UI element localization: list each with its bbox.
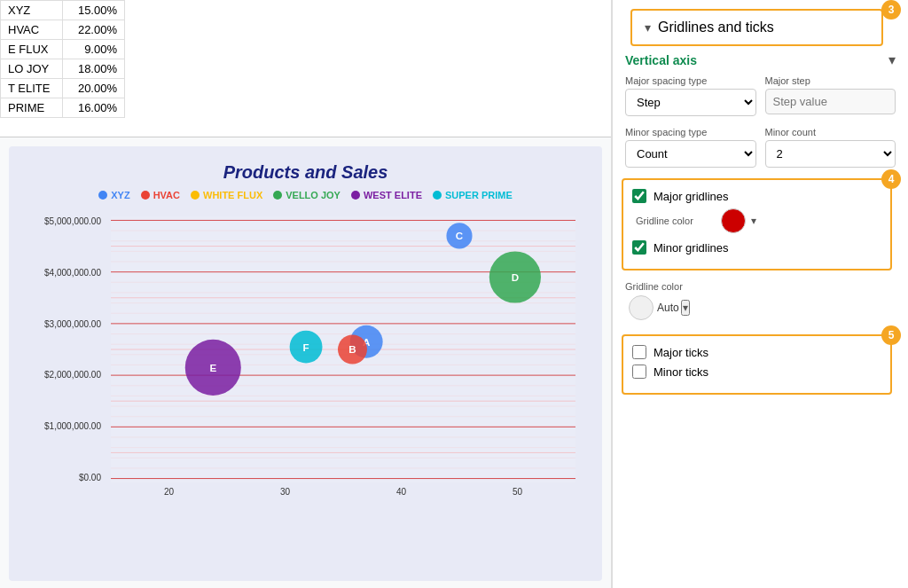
- section3-wrap: ▾ Gridlines and ticks 3: [622, 9, 892, 46]
- minor-ticks-checkbox[interactable]: [632, 365, 646, 379]
- auto-color-row: Auto ▾: [629, 295, 896, 320]
- x-axis-label: 40: [396, 487, 406, 497]
- vertical-axis-label: Vertical axis: [625, 53, 697, 67]
- major-gridline-color-circle[interactable]: [721, 208, 746, 233]
- legend-label: HVAC: [153, 190, 180, 200]
- minor-ticks-label: Minor ticks: [654, 365, 708, 379]
- chevron-down-icon: ▾: [645, 20, 651, 35]
- gridline-color-label1: Gridline color: [636, 216, 716, 226]
- legend-label: VELLO JOY: [286, 190, 340, 200]
- y-axis-label: $5,000,000.00: [18, 216, 101, 226]
- major-step-col: Major step: [765, 75, 896, 116]
- x-axis-label: 30: [280, 487, 290, 497]
- minor-count-label: Minor count: [765, 127, 896, 137]
- spreadsheet-cell-value: 9.00%: [63, 40, 125, 59]
- major-step-input[interactable]: [765, 89, 896, 114]
- legend-dot: [191, 191, 200, 200]
- major-gridlines-label: Major gridlines: [654, 190, 729, 203]
- svg-text:C: C: [456, 230, 464, 241]
- major-gridlines-row: Major gridlines: [632, 189, 881, 203]
- y-axis-label: $0.00: [18, 473, 101, 482]
- step3-badge: 3: [881, 0, 901, 20]
- gridlines-section: 4 Major gridlines Gridline color ▾ Minor…: [622, 178, 892, 270]
- legend-item: HVAC: [141, 190, 180, 200]
- legend-label: WHITE FLUX: [203, 190, 262, 200]
- plot-area: CDABFE: [111, 216, 575, 482]
- chart-legend: XYZHVACWHITE FLUXVELLO JOYWEST ELITESUPE…: [9, 190, 602, 208]
- minor-gridline-color-section: Gridline color Auto ▾: [613, 278, 908, 331]
- major-gridline-color-row: Gridline color ▾: [636, 208, 881, 233]
- spreadsheet-cell-value: 15.00%: [63, 1, 125, 20]
- gridline-color-label2: Gridline color: [625, 281, 896, 292]
- spreadsheet: XYZ15.00%HVAC22.00%E FLUX9.00%LO JOY18.0…: [0, 0, 611, 137]
- spreadsheet-cell-name: PRIME: [1, 98, 63, 118]
- spreadsheet-cell-name: E FLUX: [1, 40, 63, 59]
- major-ticks-row: Major ticks: [632, 345, 881, 359]
- spreadsheet-cell-value: 22.00%: [63, 20, 125, 40]
- spreadsheet-cell-value: 16.00%: [63, 98, 125, 118]
- minor-gridlines-label: Minor gridlines: [654, 241, 729, 255]
- y-axis-labels: $5,000,000.00$4,000,000.00$3,000,000.00$…: [18, 216, 106, 482]
- spreadsheet-cell-value: 20.00%: [63, 79, 125, 98]
- spreadsheet-cell-name: HVAC: [1, 20, 63, 40]
- legend-dot: [351, 191, 360, 200]
- svg-text:B: B: [348, 344, 356, 356]
- spreadsheet-cell-name: XYZ: [1, 1, 63, 20]
- legend-dot: [433, 191, 442, 200]
- major-spacing-type-select[interactable]: Step: [625, 89, 756, 116]
- minor-count-col: Minor count 2: [765, 127, 896, 168]
- spreadsheet-cell-name: T ELITE: [1, 79, 63, 98]
- auto-label: Auto: [657, 302, 679, 314]
- major-spacing-row: Major spacing type Step Major step: [613, 72, 908, 120]
- step5-badge: 5: [881, 325, 901, 345]
- auto-color-dropdown-btn[interactable]: ▾: [681, 300, 690, 316]
- major-color-dropdown-btn[interactable]: ▾: [751, 215, 756, 227]
- major-spacing-type-label: Major spacing type: [625, 75, 756, 86]
- spreadsheet-cell-value: 18.00%: [63, 59, 125, 79]
- minor-spacing-row: Minor spacing type Count Minor count 2: [613, 123, 908, 171]
- auto-color-circle[interactable]: [629, 295, 654, 320]
- chart-area: Products and Sales XYZHVACWHITE FLUXVELL…: [9, 146, 602, 581]
- vertical-axis-dropdown[interactable]: ▾: [888, 51, 896, 68]
- major-ticks-label: Major ticks: [654, 346, 708, 359]
- ticks-section: 5 Major ticks Minor ticks: [622, 334, 892, 395]
- legend-item: SUPER PRIME: [433, 190, 513, 200]
- x-axis-label: 20: [164, 487, 174, 497]
- chart-title: Products and Sales: [9, 146, 602, 190]
- minor-gridlines-checkbox[interactable]: [632, 240, 646, 255]
- major-step-label: Major step: [765, 75, 896, 86]
- step4-badge: 4: [881, 169, 901, 189]
- y-axis-label: $1,000,000.00: [18, 421, 101, 431]
- legend-label: WEST ELITE: [364, 190, 422, 200]
- minor-count-select[interactable]: 2: [765, 140, 896, 168]
- gridlines-ticks-label: Gridlines and ticks: [658, 20, 774, 35]
- minor-spacing-col: Minor spacing type Count: [625, 127, 756, 168]
- left-panel: XYZ15.00%HVAC22.00%E FLUX9.00%LO JOY18.0…: [0, 0, 612, 588]
- x-axis-label: 50: [513, 487, 522, 497]
- major-ticks-checkbox[interactable]: [632, 345, 646, 359]
- minor-ticks-row: Minor ticks: [632, 365, 881, 379]
- major-spacing-col: Major spacing type Step: [625, 75, 756, 116]
- legend-item: WHITE FLUX: [191, 190, 262, 200]
- legend-dot: [273, 191, 282, 200]
- y-axis-label: $4,000,000.00: [18, 268, 101, 278]
- major-gridlines-checkbox[interactable]: [632, 189, 646, 203]
- svg-text:E: E: [209, 362, 216, 373]
- minor-gridlines-row: Minor gridlines: [632, 240, 881, 255]
- svg-text:F: F: [303, 341, 309, 353]
- legend-dot: [98, 191, 107, 200]
- minor-spacing-type-select[interactable]: Count: [625, 140, 756, 168]
- minor-spacing-type-label: Minor spacing type: [625, 127, 756, 137]
- legend-item: WEST ELITE: [351, 190, 422, 200]
- legend-dot: [141, 191, 150, 200]
- x-axis-labels: 20304050: [111, 487, 575, 497]
- legend-label: SUPER PRIME: [445, 190, 513, 200]
- gridlines-ticks-header[interactable]: ▾ Gridlines and ticks: [630, 9, 883, 46]
- spreadsheet-cell-name: LO JOY: [1, 59, 63, 79]
- vertical-axis-row: Vertical axis ▾: [613, 46, 908, 72]
- legend-item: VELLO JOY: [273, 190, 340, 200]
- y-axis-label: $3,000,000.00: [18, 319, 101, 329]
- y-axis-label: $2,000,000.00: [18, 370, 101, 380]
- legend-label: XYZ: [111, 190, 129, 200]
- right-panel: ▾ Gridlines and ticks 3 Vertical axis ▾ …: [612, 0, 908, 588]
